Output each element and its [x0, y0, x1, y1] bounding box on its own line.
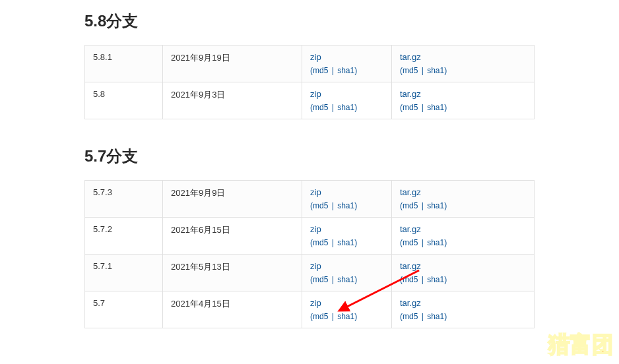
version-cell: 5.7 — [85, 291, 163, 328]
targz-download-link[interactable]: tar.gz — [400, 89, 421, 99]
targz-hash-links: (md5 | sha1) — [400, 66, 526, 75]
targz-sha1-link[interactable]: sha1 — [427, 312, 444, 321]
date-cell: 2021年6月15日 — [163, 218, 302, 255]
targz-download-link[interactable]: tar.gz — [400, 187, 421, 197]
branch-heading: 5.7分支 — [84, 146, 535, 167]
table-row: 5.7.12021年5月13日zip(md5 | sha1)tar.gz(md5… — [85, 255, 535, 291]
zip-download-link[interactable]: zip — [310, 89, 321, 99]
targz-cell: tar.gz(md5 | sha1) — [392, 82, 535, 119]
zip-download-link[interactable]: zip — [310, 298, 321, 308]
zip-md5-link[interactable]: md5 — [313, 312, 328, 321]
targz-cell: tar.gz(md5 | sha1) — [392, 181, 535, 218]
zip-download-link[interactable]: zip — [310, 224, 321, 234]
targz-hash-links: (md5 | sha1) — [400, 275, 526, 284]
targz-md5-link[interactable]: md5 — [403, 66, 418, 75]
branch-section-5-8: 5.8分支 5.8.12021年9月19日zip(md5 | sha1)tar.… — [84, 11, 535, 119]
zip-cell: zip(md5 | sha1) — [302, 82, 392, 119]
table-row: 5.7.22021年6月15日zip(md5 | sha1)tar.gz(md5… — [85, 218, 535, 255]
date-cell: 2021年5月13日 — [163, 255, 302, 291]
table-row: 5.72021年4月15日zip(md5 | sha1)tar.gz(md5 |… — [85, 291, 535, 328]
zip-hash-links: (md5 | sha1) — [310, 275, 383, 284]
targz-md5-link[interactable]: md5 — [403, 103, 418, 112]
targz-cell: tar.gz(md5 | sha1) — [392, 255, 535, 291]
zip-hash-links: (md5 | sha1) — [310, 238, 383, 247]
date-cell: 2021年9月19日 — [163, 46, 302, 82]
version-cell: 5.8 — [85, 82, 163, 119]
zip-sha1-link[interactable]: sha1 — [337, 66, 354, 75]
targz-download-link[interactable]: tar.gz — [400, 52, 421, 62]
version-cell: 5.7.1 — [85, 255, 163, 291]
date-cell: 2021年9月9日 — [163, 181, 302, 218]
targz-download-link[interactable]: tar.gz — [400, 224, 421, 234]
zip-md5-link[interactable]: md5 — [313, 66, 328, 75]
zip-cell: zip(md5 | sha1) — [302, 46, 392, 82]
branch-section-5-7: 5.7分支 5.7.32021年9月9日zip(md5 | sha1)tar.g… — [84, 146, 535, 328]
targz-hash-links: (md5 | sha1) — [400, 312, 526, 321]
branch-heading: 5.8分支 — [84, 11, 535, 32]
watermark-text: 猎富团 — [548, 330, 614, 361]
targz-hash-links: (md5 | sha1) — [400, 238, 526, 247]
version-cell: 5.7.3 — [85, 181, 163, 218]
targz-md5-link[interactable]: md5 — [403, 275, 418, 284]
targz-sha1-link[interactable]: sha1 — [427, 201, 444, 210]
zip-cell: zip(md5 | sha1) — [302, 218, 392, 255]
targz-download-link[interactable]: tar.gz — [400, 261, 421, 271]
version-cell: 5.7.2 — [85, 218, 163, 255]
release-table: 5.7.32021年9月9日zip(md5 | sha1)tar.gz(md5 … — [84, 180, 535, 328]
targz-sha1-link[interactable]: sha1 — [427, 103, 444, 112]
targz-download-link[interactable]: tar.gz — [400, 298, 421, 308]
targz-sha1-link[interactable]: sha1 — [427, 66, 444, 75]
date-cell: 2021年4月15日 — [163, 291, 302, 328]
table-row: 5.8.12021年9月19日zip(md5 | sha1)tar.gz(md5… — [85, 46, 535, 82]
targz-sha1-link[interactable]: sha1 — [427, 238, 444, 247]
zip-hash-links: (md5 | sha1) — [310, 103, 383, 112]
date-cell: 2021年9月3日 — [163, 82, 302, 119]
zip-md5-link[interactable]: md5 — [313, 201, 328, 210]
table-row: 5.82021年9月3日zip(md5 | sha1)tar.gz(md5 | … — [85, 82, 535, 119]
zip-hash-links: (md5 | sha1) — [310, 201, 383, 210]
zip-md5-link[interactable]: md5 — [313, 275, 328, 284]
zip-download-link[interactable]: zip — [310, 261, 321, 271]
zip-hash-links: (md5 | sha1) — [310, 312, 383, 321]
targz-sha1-link[interactable]: sha1 — [427, 275, 444, 284]
targz-md5-link[interactable]: md5 — [403, 238, 418, 247]
zip-sha1-link[interactable]: sha1 — [337, 238, 354, 247]
targz-cell: tar.gz(md5 | sha1) — [392, 291, 535, 328]
zip-sha1-link[interactable]: sha1 — [337, 103, 354, 112]
zip-cell: zip(md5 | sha1) — [302, 291, 392, 328]
targz-cell: tar.gz(md5 | sha1) — [392, 46, 535, 82]
targz-md5-link[interactable]: md5 — [403, 312, 418, 321]
targz-hash-links: (md5 | sha1) — [400, 103, 526, 112]
zip-cell: zip(md5 | sha1) — [302, 181, 392, 218]
zip-download-link[interactable]: zip — [310, 52, 321, 62]
zip-hash-links: (md5 | sha1) — [310, 66, 383, 75]
zip-sha1-link[interactable]: sha1 — [337, 312, 354, 321]
table-row: 5.7.32021年9月9日zip(md5 | sha1)tar.gz(md5 … — [85, 181, 535, 218]
targz-cell: tar.gz(md5 | sha1) — [392, 218, 535, 255]
zip-md5-link[interactable]: md5 — [313, 238, 328, 247]
zip-sha1-link[interactable]: sha1 — [337, 201, 354, 210]
version-cell: 5.8.1 — [85, 46, 163, 82]
release-table: 5.8.12021年9月19日zip(md5 | sha1)tar.gz(md5… — [84, 45, 535, 119]
zip-md5-link[interactable]: md5 — [313, 103, 328, 112]
zip-sha1-link[interactable]: sha1 — [337, 275, 354, 284]
targz-md5-link[interactable]: md5 — [403, 201, 418, 210]
zip-cell: zip(md5 | sha1) — [302, 255, 392, 291]
targz-hash-links: (md5 | sha1) — [400, 201, 526, 210]
zip-download-link[interactable]: zip — [310, 187, 321, 197]
